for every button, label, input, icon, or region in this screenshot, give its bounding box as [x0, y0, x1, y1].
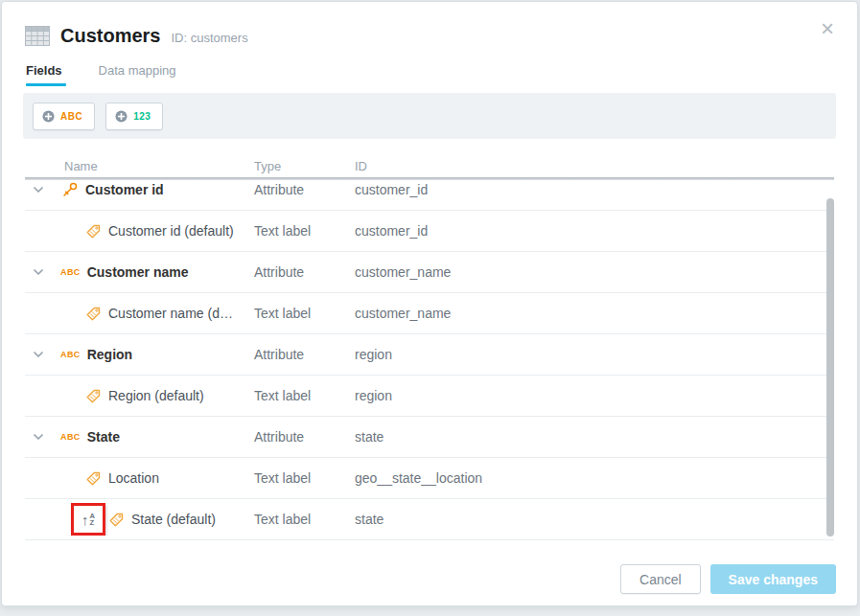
tag-icon	[85, 388, 102, 404]
field-name: Customer id	[85, 182, 164, 197]
abc-attribute-icon: ABC	[60, 432, 81, 442]
name-cell: Customer id	[25, 181, 254, 199]
field-type: Text label	[254, 470, 355, 486]
field-row[interactable]: ABCCustomer nameAttributecustomer_name	[25, 252, 834, 293]
column-header-type: Type	[254, 159, 355, 173]
field-type-icon-wrap: ABC	[60, 267, 81, 277]
field-name: Customer id (default)	[108, 223, 234, 239]
field-id: region	[355, 388, 834, 403]
table-header: Name Type ID	[25, 154, 834, 177]
sort-az-icon[interactable]: ↑AZ	[81, 513, 95, 527]
field-type: Attribute	[254, 264, 355, 280]
field-id: geo__state__location	[355, 470, 834, 486]
chevron-down-icon[interactable]	[31, 182, 46, 197]
dialog-footer: Cancel Save changes	[620, 564, 836, 594]
name-cell: ABCState	[25, 429, 254, 445]
name-cell: Customer id (default)	[25, 223, 254, 240]
scrollbar-thumb[interactable]	[826, 198, 834, 536]
field-toolbar: ABC 123	[23, 93, 836, 139]
field-type: Text label	[254, 306, 355, 321]
field-type: Text label	[254, 388, 355, 403]
field-type-icon-wrap: ABC	[60, 350, 81, 359]
key-icon	[60, 181, 79, 199]
sort-letters: AZ	[90, 513, 95, 527]
field-type: Attribute	[254, 182, 355, 197]
plus-circle-icon	[42, 110, 55, 123]
field-id: customer_name	[355, 306, 834, 321]
field-id: customer_name	[355, 264, 834, 280]
name-cell: ↑AZState (default)	[25, 503, 254, 536]
column-header-name: Name	[25, 159, 254, 173]
tag-icon	[85, 470, 102, 487]
field-type: Attribute	[254, 429, 355, 445]
add-attribute-label: ABC	[60, 111, 82, 122]
field-name: Customer name	[87, 264, 189, 280]
field-id: customer_id	[355, 223, 834, 239]
field-type: Text label	[254, 223, 355, 239]
add-attribute-button[interactable]: ABC	[33, 103, 95, 130]
table-body: Customer idAttributecustomer_idCustomer …	[25, 180, 834, 540]
dialog-title: Customers	[60, 25, 160, 47]
chevron-down-icon[interactable]	[31, 264, 46, 280]
plus-circle-icon	[115, 110, 128, 123]
field-name: Customer name (d…	[108, 306, 233, 321]
dataset-id-label: ID: customers	[171, 31, 247, 45]
tag-icon	[85, 223, 102, 240]
label-row[interactable]: ↑AZState (default)Text labelstate	[25, 499, 834, 540]
name-cell: Region (default)	[25, 388, 254, 404]
dialog-header: Customers ID: customers	[2, 2, 857, 47]
cancel-button[interactable]: Cancel	[620, 564, 701, 594]
chevron-down-icon[interactable]	[31, 347, 46, 362]
dataset-table-icon	[25, 26, 50, 46]
tab-fields[interactable]: Fields	[26, 63, 62, 86]
field-name: Region	[87, 347, 132, 362]
name-cell: Customer name (d…	[25, 306, 254, 322]
sort-arrow: ↑	[81, 513, 89, 527]
tab-bar: Fields Data mapping	[26, 63, 857, 86]
field-name: Region (default)	[108, 388, 204, 403]
tab-data-mapping[interactable]: Data mapping	[99, 63, 176, 86]
field-row[interactable]: ABCRegionAttributeregion	[25, 334, 834, 376]
abc-attribute-icon: ABC	[60, 350, 81, 359]
tag-icon	[108, 512, 125, 528]
add-fact-label: 123	[133, 111, 151, 122]
chevron-down-icon[interactable]	[31, 429, 46, 445]
field-type: Attribute	[254, 347, 355, 362]
tag-icon	[85, 306, 102, 322]
name-cell: ABCRegion	[25, 347, 254, 362]
name-cell: ABCCustomer name	[25, 264, 254, 280]
name-cell: Location	[25, 470, 254, 487]
close-icon[interactable]: ×	[821, 17, 834, 40]
abc-attribute-icon: ABC	[60, 267, 81, 277]
label-row[interactable]: Region (default)Text labelregion	[25, 376, 834, 417]
save-changes-button[interactable]: Save changes	[710, 564, 836, 594]
fields-scroll-area[interactable]: Customer idAttributecustomer_idCustomer …	[25, 180, 834, 540]
field-id: customer_id	[355, 182, 834, 197]
field-type-icon-wrap	[60, 181, 79, 199]
field-name: State (default)	[131, 512, 216, 527]
edit-dataset-dialog: Customers ID: customers × Fields Data ma…	[1, 1, 858, 606]
field-type: Text label	[254, 512, 355, 527]
field-name: Location	[108, 470, 159, 486]
label-row[interactable]: LocationText labelgeo__state__location	[25, 458, 834, 499]
field-row[interactable]: Customer idAttributecustomer_id	[25, 180, 834, 211]
label-row[interactable]: Customer name (d…Text labelcustomer_name	[25, 293, 834, 334]
field-id: state	[355, 429, 834, 445]
field-id: state	[355, 512, 834, 527]
annotation-highlight-box: ↑AZ	[71, 503, 105, 536]
field-row[interactable]: ABCStateAttributestate	[25, 417, 834, 458]
field-type-icon-wrap: ABC	[60, 432, 81, 442]
column-header-id: ID	[355, 159, 834, 173]
field-name: State	[87, 429, 120, 445]
field-id: region	[355, 347, 834, 362]
add-fact-button[interactable]: 123	[105, 103, 163, 130]
label-row[interactable]: Customer id (default)Text labelcustomer_…	[25, 211, 834, 252]
